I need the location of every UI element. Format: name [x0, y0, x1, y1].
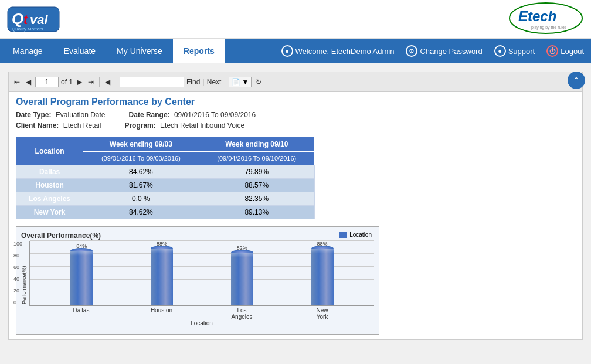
date-type: Date Type: Evaluation Date: [16, 111, 106, 119]
bar-container: [151, 249, 173, 305]
performance-chart: Overall Performance(%) Location Performa…: [16, 226, 379, 335]
page-number-input[interactable]: 1: [35, 77, 59, 87]
page-of-label: of 1: [61, 78, 73, 86]
cell-week1: 0.0 %: [83, 192, 199, 206]
x-label-item: Los Angeles: [231, 307, 253, 320]
date-type-label: Date Type:: [16, 111, 51, 119]
date-range-label: Date Range:: [129, 111, 170, 119]
nav-support[interactable]: ● Support: [490, 45, 540, 57]
export-icon: 📄: [232, 78, 240, 86]
scroll-up-button[interactable]: ⌃: [568, 72, 585, 89]
bar-item: 88%: [151, 241, 173, 305]
prev-page-button[interactable]: ◀: [24, 77, 33, 87]
table-row: Dallas 84.62% 79.89%: [16, 165, 315, 179]
col-week1-header: Week ending 09/03: [83, 137, 199, 152]
nav-evaluate[interactable]: Evaluate: [53, 39, 106, 63]
y-label-0: 0: [13, 300, 22, 305]
cell-week2: 79.89%: [199, 165, 314, 179]
cell-location: Los Angeles: [16, 192, 83, 206]
report-content: Overall Program Performance by Center Da…: [9, 92, 582, 339]
table-row: New York 84.62% 89.13%: [16, 206, 315, 219]
nav-bar: Manage Evaluate My Universe Reports ● We…: [0, 39, 591, 63]
nav-manage[interactable]: Manage: [2, 39, 53, 63]
cell-location: New York: [16, 206, 83, 219]
report-meta-row1: Date Type: Evaluation Date Date Range: 0…: [16, 111, 575, 120]
bars-group: 84% 88% 82% 88%: [30, 241, 374, 305]
power-icon: ⏻: [546, 45, 558, 57]
top-header: Q t val Quality Matters Etech playing by…: [0, 0, 591, 39]
table-row: Houston 81.67% 88.57%: [16, 179, 315, 192]
last-page-button[interactable]: ⇥: [86, 77, 96, 87]
cell-week1: 84.62%: [83, 165, 199, 179]
export-button[interactable]: 📄 ▼: [229, 77, 252, 87]
qtval-logo: Q t val Quality Matters: [7, 6, 60, 32]
svg-text:Q: Q: [12, 10, 23, 28]
bar-body: [70, 251, 93, 305]
etech-logo: Etech playing by the rules: [508, 2, 584, 36]
search-input[interactable]: [120, 77, 184, 87]
toolbar-divider2: [116, 77, 116, 87]
cell-week2: 89.13%: [199, 206, 314, 219]
back-button[interactable]: ◀: [103, 77, 112, 87]
bar-body: [231, 253, 253, 305]
svg-text:Etech: Etech: [518, 8, 556, 24]
nav-my-universe[interactable]: My Universe: [106, 39, 173, 63]
toolbar-divider1: [99, 77, 100, 87]
bar-body: [311, 249, 334, 305]
bar-item: 82%: [231, 245, 253, 305]
find-button[interactable]: Find: [186, 78, 200, 86]
y-label-20: 20: [13, 288, 22, 294]
export-dropdown-icon: ▼: [242, 78, 249, 86]
refresh-button[interactable]: ↻: [254, 77, 263, 87]
bar-item: 84%: [70, 243, 93, 305]
next-page-button[interactable]: ▶: [75, 77, 84, 87]
chart-title: Overall Performance(%): [21, 232, 374, 240]
col-week2-header: Week ending 09/10: [199, 137, 314, 152]
client-name: Client Name: Etech Retail: [16, 121, 101, 130]
cell-week1: 84.62%: [83, 206, 199, 219]
user-icon: ●: [281, 45, 293, 57]
content-area: ⇤ ◀ 1 of 1 ▶ ⇥ ◀ Find | Next 📄 ▼ ↻ Overa…: [8, 72, 583, 340]
x-label-item: New York: [311, 307, 334, 320]
client-label: Client Name:: [16, 121, 59, 130]
program-value: Etech Retail Inbound Voice: [160, 121, 244, 130]
y-axis-labels: 100 80 60 40 20 0: [13, 241, 22, 305]
performance-table: Location Week ending 09/03 Week ending 0…: [16, 137, 315, 219]
cell-location: Houston: [16, 179, 83, 192]
table-row: Los Angeles 0.0 % 82.35%: [16, 192, 315, 206]
y-label-100: 100: [13, 241, 22, 247]
cell-week2: 88.57%: [199, 179, 314, 192]
support-icon: ●: [494, 45, 506, 57]
cell-location: Dallas: [16, 165, 83, 179]
svg-text:Quality Matters: Quality Matters: [12, 26, 43, 32]
nav-reports[interactable]: Reports: [173, 39, 225, 63]
bar-container: [231, 253, 253, 305]
legend-label: Location: [349, 232, 372, 238]
nav-change-password[interactable]: ⚙ Change Password: [401, 45, 487, 57]
next-find-button[interactable]: Next: [207, 78, 222, 86]
nav-welcome: ● Welcome, EtechDemo Admin: [277, 45, 399, 57]
report-meta-row2: Client Name: Etech Retail Program: Etech…: [16, 121, 575, 131]
col-week1-sub: (09/01/2016 To 09/03/2016): [83, 152, 199, 165]
y-label-40: 40: [13, 276, 22, 282]
nav-logout[interactable]: ⏻ Logout: [542, 45, 589, 57]
col-week2-sub: (09/04/2016 To 09/10/2016): [199, 152, 314, 165]
x-label-item: Dallas: [70, 307, 93, 320]
bar-body: [151, 249, 173, 305]
svg-text:playing by the rules: playing by the rules: [531, 25, 567, 30]
cell-week1: 81.67%: [83, 179, 199, 192]
cell-week2: 82.35%: [199, 192, 314, 206]
client-value: Etech Retail: [63, 121, 101, 130]
x-axis-labels: DallasHoustonLos AngelesNew York: [29, 307, 374, 320]
program-label: Program:: [124, 121, 155, 130]
col-location: Location: [16, 137, 83, 165]
first-page-button[interactable]: ⇤: [12, 77, 22, 87]
y-label-60: 60: [13, 264, 22, 270]
date-type-value: Evaluation Date: [56, 111, 106, 119]
bar-container: [311, 249, 334, 305]
program: Program: Etech Retail Inbound Voice: [124, 121, 244, 130]
report-toolbar: ⇤ ◀ 1 of 1 ▶ ⇥ ◀ Find | Next 📄 ▼ ↻: [9, 72, 582, 92]
logo-area: Q t val Quality Matters: [7, 6, 62, 32]
legend-box: [339, 232, 347, 238]
chart-legend: Location: [339, 232, 372, 238]
